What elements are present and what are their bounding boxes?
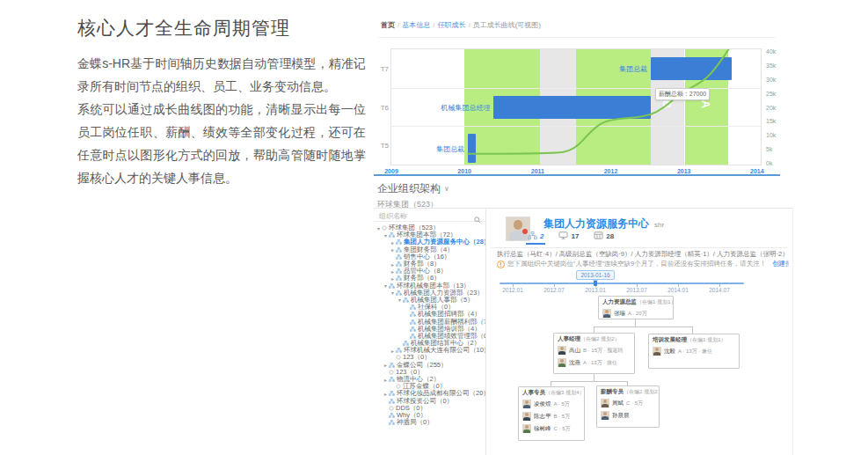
org-node-icon	[410, 305, 416, 310]
org-card-quota: （在编2·规划2）	[624, 389, 659, 394]
breadcrumb-item[interactable]: 首页	[381, 21, 395, 29]
circle-node-icon	[389, 370, 394, 375]
org-card-root[interactable]: 人力资源总监（在编1·规划1）张瑞A · 20万	[598, 296, 674, 319]
org-card-title: 人事专员（在编3·规划4）	[519, 387, 584, 398]
person-meta: C · 5万	[626, 400, 643, 407]
org-card-title: 薪酬专员（在编2·规划2）	[597, 386, 659, 397]
breadcrumb-item[interactable]: 基本信息	[402, 21, 430, 29]
collapse-icon[interactable]: ▾	[383, 283, 389, 289]
person-name: 徐树峰	[534, 425, 551, 433]
person-name: 陈志平	[534, 413, 551, 421]
breadcrumb-divider	[379, 37, 775, 38]
expand-icon[interactable]: ▸	[390, 239, 396, 246]
org-card-title-text: 人力资源总监	[602, 298, 637, 305]
org-node-icon	[389, 232, 395, 238]
tree-item-label: 神盾局（0）	[397, 418, 434, 427]
org-card-person[interactable]: 高山B · 15万 · 预退聘	[554, 344, 634, 356]
breadcrumb-separator: /	[468, 21, 470, 29]
org-structure-screenshot: 企业组织架构∨ 环球集团（523） 组织名称 ▾环球集团（523）▾环球集团本部…	[374, 180, 793, 455]
person-meta: A · 13万 · 兼任	[678, 348, 712, 356]
org-node-icon	[389, 413, 395, 418]
person-avatar	[601, 411, 609, 420]
org-detail-pane: 集团人力资源服务中心shr 2 17 28 执行总监（马红·4）/ 高级副	[487, 209, 792, 455]
tree-item[interactable]: DDS（0）	[376, 405, 485, 412]
expand-icon[interactable]: ▸	[390, 348, 396, 354]
x-axis-label: 2014	[748, 168, 766, 174]
circle-node-icon	[382, 225, 387, 231]
org-node-icon	[410, 319, 416, 325]
person-meta: B · 5万	[554, 413, 571, 421]
expand-icon[interactable]: ▸	[390, 275, 396, 282]
breadcrumb-item[interactable]: 任职成长	[437, 21, 465, 29]
person-name: 孙晨晨	[612, 412, 630, 420]
collapse-icon[interactable]: ▾	[376, 225, 382, 231]
person-avatar	[558, 346, 566, 355]
org-card-person[interactable]: 陈志平B · 5万	[519, 410, 584, 422]
person-name: 张瑞	[614, 310, 625, 318]
org-card-person[interactable]: 沈燕A · 13万 · 接任	[554, 356, 634, 369]
org-connector	[594, 374, 594, 381]
org-card-quota: （在编1·规划1）	[637, 299, 673, 305]
org-node-icon	[389, 363, 395, 368]
expand-icon[interactable]: ▸	[390, 246, 396, 253]
org-card-hr[interactable]: 人事经理（在编2·规划2）高山B · 15万 · 预退聘沈燕A · 13万 · …	[553, 333, 635, 374]
tree-item[interactable]: 神盾局（0）	[376, 419, 485, 426]
org-card-title: 人事经理（在编2·规划2）	[554, 334, 634, 344]
expand-icon[interactable]: ▸	[383, 362, 389, 368]
person-avatar	[522, 424, 531, 433]
org-connector	[594, 327, 693, 327]
org-search-input[interactable]: 组织名称	[374, 209, 485, 222]
org-card-person[interactable]: 沈毅A · 13万 · 兼任	[649, 345, 739, 357]
chevron-down-icon[interactable]: ∨	[444, 185, 449, 193]
org-node-icon	[403, 341, 409, 346]
x-axis-label: 2013	[675, 168, 693, 174]
expand-icon[interactable]: ▸	[383, 377, 389, 383]
org-card-compspec[interactable]: 薪酬专员（在编2·规划2）周斌C · 5万孙晨晨	[596, 385, 660, 428]
expand-icon[interactable]: ▸	[390, 268, 396, 275]
person-avatar	[601, 399, 609, 407]
org-card-title-text: 人事经理	[558, 335, 580, 341]
collapse-icon[interactable]: ▾	[397, 297, 403, 303]
collapse-icon[interactable]: ▾	[390, 290, 396, 296]
org-node-icon	[410, 334, 416, 339]
org-node-icon	[396, 275, 402, 281]
person-meta: A · 13万 · 接任	[583, 359, 617, 367]
person-avatar	[653, 347, 661, 356]
person-meta: A · 5万	[554, 400, 570, 408]
collapse-icon[interactable]: ▾	[383, 232, 389, 239]
org-node-icon	[396, 239, 402, 245]
window-bottom-edge	[374, 174, 780, 176]
circle-node-icon	[396, 384, 401, 389]
org-tree-pane: 组织名称 ▾环球集团（523）▾环球集团本部（72）▸集团人力资源服务中心（28…	[374, 209, 486, 455]
org-panel-title[interactable]: 企业组织架构∨	[377, 181, 449, 196]
org-node-icon	[389, 399, 395, 404]
org-card-person[interactable]: 周斌C · 5万	[597, 397, 659, 409]
org-node-icon	[396, 290, 402, 296]
salary-axis-label: 5k	[766, 146, 772, 152]
expand-icon[interactable]: ▸	[383, 391, 389, 397]
org-card-person[interactable]: 孙晨晨	[597, 409, 659, 422]
org-node-icon	[396, 261, 402, 267]
person-name: 沈毅	[664, 348, 675, 356]
person-name: 周斌	[612, 400, 624, 407]
org-node-icon	[396, 348, 402, 353]
org-card-person[interactable]: 凌俊煌A · 5万	[519, 398, 584, 410]
org-panel-title-text: 企业组织架构	[377, 182, 441, 194]
org-card-training[interactable]: 培训发展经理（在编1·规划1）沈毅A · 13万 · 兼任	[648, 334, 740, 369]
intro-paragraph-2: 系统可以通过成长曲线图的功能，清晰显示出每一位员工岗位任职、薪酬、绩效等全部变化…	[77, 98, 366, 189]
breadcrumb-item: 员工成长曲线(可视图)	[473, 21, 541, 29]
x-axis-label: 2010	[456, 168, 473, 174]
person-avatar	[522, 412, 531, 421]
org-card-person[interactable]: 徐树峰C · 5万	[519, 422, 584, 435]
intro-paragraph-1: 金蝶s-HR基于时间轴历史数据自动管理模型，精准记录所有时间节点的组织、员工、业…	[77, 52, 366, 98]
org-card-person[interactable]: 张瑞A · 20万	[599, 307, 673, 319]
person-avatar	[602, 309, 611, 318]
tree-item[interactable]: 环球投资公司（0）	[376, 398, 485, 405]
org-box: 组织名称 ▾环球集团（523）▾环球集团本部（72）▸集团人力资源服务中心（28…	[374, 208, 793, 455]
org-node-icon	[410, 312, 416, 317]
org-node-icon	[396, 247, 402, 253]
person-meta: A · 20万	[628, 310, 647, 318]
tree-item[interactable]: ▸金蝶公司（255）	[376, 362, 485, 369]
org-card-hrspec[interactable]: 人事专员（在编3·规划4）凌俊煌A · 5万陈志平B · 5万徐树峰C · 5万	[518, 386, 585, 441]
expand-icon[interactable]: ▸	[390, 261, 396, 268]
